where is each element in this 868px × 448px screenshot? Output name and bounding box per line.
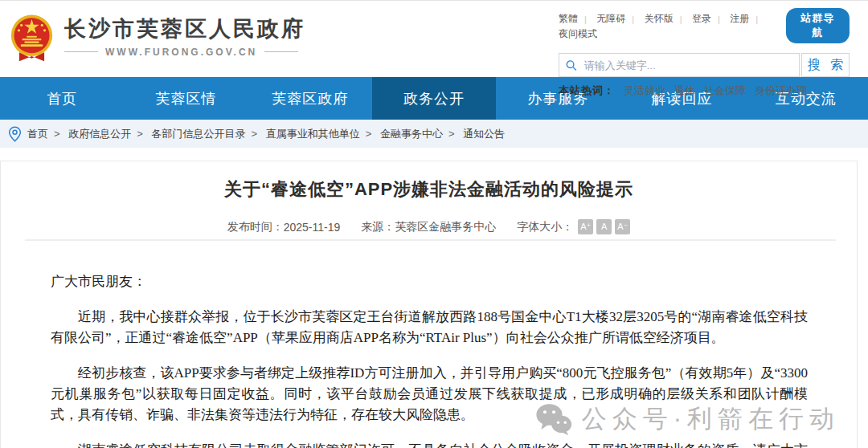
body-paragraph: 经初步核查，该APP要求参与者绑定上级推荐ID方可注册加入，并引导用户购买“80… — [51, 363, 808, 426]
font-size-button[interactable]: A⁻ — [615, 219, 630, 234]
breadcrumb-link[interactable]: 首页 — [27, 127, 48, 141]
breadcrumb-separator: > — [251, 128, 257, 140]
topbar-link[interactable]: 夜间模式 — [559, 27, 597, 41]
site-title-block: 长沙市芙蓉区人民政府 WWW.FURONG.GOV.CN — [64, 18, 305, 58]
hot-word-link[interactable]: 社会保障 — [704, 83, 746, 98]
topbar-links: 繁體 | 无障碍 | 关怀版 | 登录 | — [559, 10, 776, 41]
breadcrumb: 首页 > 政府信息公开 > 各部门信息公开目录 > 直属事业和其他单位 > 金融… — [0, 120, 868, 148]
paragraphs: 近期，我中心接群众举报，位于长沙市芙蓉区定王台街道解放西路188号国金中心T1大… — [51, 307, 808, 426]
site-brand: 长沙市芙蓉区人民政府 WWW.FURONG.GOV.CN — [10, 13, 305, 63]
search-input[interactable] — [583, 59, 792, 72]
link-separator: | — [718, 14, 720, 24]
breadcrumb-separator: > — [448, 128, 455, 140]
link-separator: | — [632, 14, 634, 24]
topbar-link[interactable]: 无障碍 — [596, 12, 625, 26]
breadcrumb-link[interactable]: 金融事务中心 — [380, 127, 443, 141]
breadcrumb-separator: > — [366, 128, 372, 140]
location-pin-icon — [8, 126, 22, 142]
topbar: 繁體 | 无障碍 | 关怀版 | 登录 | — [559, 8, 850, 43]
hot-word-link[interactable]: 灵活就业 — [624, 83, 665, 98]
link-separator: | — [584, 14, 587, 24]
font-size-label: 字体大小： — [517, 220, 573, 234]
decorative-line — [64, 51, 98, 52]
topbar-link[interactable]: 关怀版 — [645, 12, 674, 26]
search-box[interactable] — [559, 53, 800, 77]
breadcrumb-separator: > — [137, 128, 143, 140]
hot-word-link[interactable]: 身份证办理 — [755, 83, 807, 98]
breadcrumb-separator: > — [54, 128, 60, 140]
topbar-link[interactable]: 登录 — [692, 12, 711, 26]
nav-item[interactable]: 芙蓉区政府 — [248, 77, 372, 120]
nav-item[interactable]: 政务公开 — [372, 77, 496, 120]
font-size-button[interactable]: A — [596, 219, 612, 234]
breadcrumb-link[interactable]: 政府信息公开 — [68, 127, 131, 141]
hot-words: 灵活就业退休社会保障身份证办理 — [624, 83, 807, 98]
decorative-line — [264, 51, 298, 52]
search-bar: 搜 索 — [559, 53, 850, 77]
site-name: 长沙市芙蓉区人民政府 — [64, 18, 305, 40]
breadcrumb-link[interactable]: 通知公告 — [463, 127, 505, 141]
font-size-buttons: A⁺AA⁻ — [578, 219, 630, 234]
site-url-row: WWW.FURONG.GOV.CN — [64, 47, 305, 58]
breadcrumb-trail: 首页 > 政府信息公开 > 各部门信息公开目录 > 直属事业和其他单位 > 金融… — [27, 127, 505, 141]
hot-word-link[interactable]: 退休 — [674, 83, 695, 98]
body-paragraph: 近期，我中心接群众举报，位于长沙市芙蓉区定王台街道解放西路188号国金中心T1大… — [51, 307, 808, 348]
publish-date: 2025-11-19 — [284, 221, 341, 234]
article-body: 广大市民朋友： 近期，我中心接群众举报，位于长沙市芙蓉区定王台街道解放西路188… — [51, 271, 808, 448]
title-divider — [25, 239, 836, 241]
nav-item[interactable]: 芙蓉区情 — [124, 77, 248, 120]
nav-item[interactable]: 首页 — [0, 77, 124, 120]
site-header: 长沙市芙蓉区人民政府 WWW.FURONG.GOV.CN 繁體 | 无障碍 — [0, 1, 868, 77]
hot-words-row: 本站热词： 灵活就业退休社会保障身份证办理 — [559, 83, 850, 98]
article-title: 关于“睿途低空”APP涉嫌非法金融活动的风险提示 — [33, 177, 825, 202]
source-label: 来源： — [361, 220, 395, 234]
national-emblem-logo — [10, 13, 54, 63]
search-button[interactable]: 搜 索 — [801, 53, 850, 77]
hot-words-label: 本站热词： — [559, 83, 615, 98]
site-url: WWW.FURONG.GOV.CN — [105, 47, 257, 58]
font-size-button[interactable]: A⁺ — [578, 219, 593, 234]
salutation: 广大市民朋友： — [51, 271, 808, 292]
header-right: 繁體 | 无障碍 | 关怀版 | 登录 | — [559, 8, 850, 98]
topbar-link[interactable]: 注册 — [730, 12, 749, 26]
link-separator: | — [755, 14, 758, 24]
link-separator: | — [680, 14, 682, 24]
breadcrumb-link[interactable]: 各部门信息公开目录 — [151, 127, 245, 141]
breadcrumb-link[interactable]: 直属事业和其他单位 — [266, 127, 360, 141]
body-paragraph-clipped: 湖南睿途低空科技有限公司未取得金融监管部门许可，不具备向社会公众吸收资金、开展投… — [51, 440, 808, 448]
article-card: 关于“睿途低空”APP涉嫌非法金融活动的风险提示 发布时间： 2025-11-1… — [0, 161, 858, 448]
search-icon — [566, 59, 577, 71]
source-value: 芙蓉区金融事务中心 — [395, 220, 496, 234]
portal-nav-button[interactable]: 站群导航 — [786, 8, 850, 43]
publish-label: 发布时间： — [227, 220, 284, 234]
article-meta: 发布时间： 2025-11-19 来源： 芙蓉区金融事务中心 字体大小： A⁺A… — [1, 219, 857, 234]
topbar-link[interactable]: 繁體 — [559, 12, 578, 26]
